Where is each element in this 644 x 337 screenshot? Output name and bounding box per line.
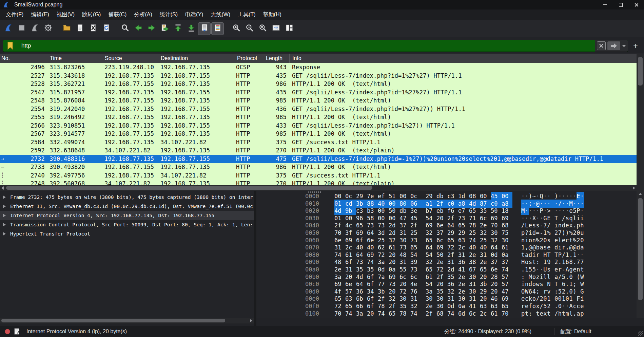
- detail-line[interactable]: Hypertext Transfer Protocol: [0, 229, 254, 239]
- hex-row[interactable]: 0090486f73743a203139322e3136382e3737Host…: [256, 259, 637, 266]
- filter-apply-button[interactable]: [607, 41, 620, 50]
- hex-row[interactable]: 00204d9bc3b30050db3eb7ebf6e765355018M···…: [256, 207, 637, 215]
- go-back-button[interactable]: [132, 22, 144, 35]
- filter-input[interactable]: http: [17, 40, 595, 52]
- start-capture-button[interactable]: [2, 22, 15, 35]
- filter-dropdown-caret[interactable]: [622, 45, 626, 47]
- scroll-right-icon[interactable]: [250, 319, 252, 322]
- capture-options-button[interactable]: [42, 22, 54, 35]
- packet-row[interactable]: 2547315.871957192.168.77.135192.168.77.1…: [0, 88, 637, 97]
- display-filter-field[interactable]: http: [3, 40, 628, 52]
- detail-line[interactable]: Internet Protocol Version 4, Src: 192.16…: [0, 211, 254, 220]
- packet-row[interactable]: 2496313.823265223.119.248.10192.168.77.1…: [0, 63, 637, 72]
- expander-icon[interactable]: [3, 232, 6, 236]
- packet-row[interactable]: 2732390.488316192.168.77.135192.168.77.1…: [0, 155, 637, 163]
- autoscroll-button[interactable]: [198, 22, 211, 35]
- hex-row[interactable]: 010070743a20746578742f68746d6c2c6170pt: …: [256, 310, 637, 318]
- column-header-dst[interactable]: Destination: [158, 54, 234, 63]
- scroll-left-icon[interactable]: [1, 186, 4, 190]
- colorize-button[interactable]: [211, 22, 224, 35]
- hex-row[interactable]: 00d04f5736343b2072763a35322e30292047OW64…: [256, 288, 637, 296]
- details-hscroll-thumb[interactable]: [1, 319, 225, 322]
- hex-row[interactable]: 001001cd3b8840008006a12fc0a84d87c0a8··;·…: [256, 200, 637, 208]
- column-header-no[interactable]: No.: [0, 54, 47, 63]
- zoom-out-button[interactable]: [243, 22, 256, 35]
- resize-grip[interactable]: [638, 331, 643, 336]
- stop-capture-button[interactable]: [15, 22, 28, 35]
- menu-item-t[interactable]: 工具(T): [234, 10, 259, 19]
- minimize-button[interactable]: [597, 0, 613, 10]
- column-header-proto[interactable]: Protocol: [234, 54, 263, 63]
- go-first-button[interactable]: [172, 22, 184, 35]
- expander-icon[interactable]: [3, 195, 6, 199]
- go-to-packet-button[interactable]: [158, 22, 171, 35]
- hex-row[interactable]: 0050703f69643d2d31253237292925323075p?id…: [256, 229, 637, 237]
- expander-icon[interactable]: [3, 205, 6, 208]
- packet-list-vscroll-thumb[interactable]: [638, 57, 643, 86]
- open-file-button[interactable]: [60, 22, 73, 35]
- hex-row[interactable]: 00606e696f6e25323073656c656374253230nion…: [256, 237, 637, 244]
- scroll-right-icon[interactable]: [633, 186, 635, 190]
- packet-row[interactable]: 2733390.493820192.168.77.155192.168.77.1…: [0, 163, 637, 171]
- packet-list-vscrollbar[interactable]: [637, 54, 644, 191]
- menu-item-g[interactable]: 跳转(G): [78, 10, 104, 19]
- hex-row[interactable]: 00f07265666f782f35322e300d0a41636365refo…: [256, 303, 637, 310]
- capture-comment-icon[interactable]: [14, 328, 20, 335]
- go-forward-button[interactable]: [145, 22, 158, 35]
- hex-row[interactable]: 0070312c4040626173656469722c404064611,@@…: [256, 244, 637, 251]
- menu-item-e[interactable]: 编辑(E): [27, 10, 53, 19]
- packet-row[interactable]: 2548315.876084192.168.77.155192.168.77.1…: [0, 96, 637, 105]
- hex-row[interactable]: 00402f4c6573732d372f696e6465782e7068/Les…: [256, 222, 637, 229]
- expander-icon[interactable]: [3, 214, 6, 217]
- detail-line[interactable]: Ethernet II, Src: VMware_db:c3:1d (00:0c…: [0, 202, 254, 211]
- close-button[interactable]: [628, 0, 644, 10]
- filter-clear-button[interactable]: [597, 41, 606, 50]
- packet-row[interactable]: 2567323.914577192.168.77.155192.168.77.1…: [0, 130, 637, 138]
- hex-row[interactable]: 00b03a204d6f7a696c6c612f352e30202857: Mo…: [256, 274, 637, 281]
- packet-row[interactable]: 2554319.242040192.168.77.135192.168.77.1…: [0, 105, 637, 113]
- go-last-button[interactable]: [185, 22, 197, 35]
- pane-splitter[interactable]: [254, 191, 256, 326]
- column-header-len[interactable]: Length: [263, 54, 289, 63]
- packet-row[interactable]: 2748392.56076834.107.221.82192.168.77.13…: [0, 180, 637, 185]
- menu-item-y[interactable]: 电话(Y): [181, 10, 207, 19]
- expander-icon[interactable]: [3, 223, 6, 226]
- resize-columns-button[interactable]: [270, 22, 282, 35]
- restart-capture-button[interactable]: [28, 22, 41, 35]
- expert-info-icon[interactable]: [5, 329, 10, 334]
- packet-list-hscrollbar[interactable]: [0, 185, 637, 191]
- packet-row[interactable]: 2527315.343618192.168.77.135192.168.77.1…: [0, 72, 637, 80]
- packet-row[interactable]: 2555319.246492192.168.77.155192.168.77.1…: [0, 113, 637, 121]
- column-header-info[interactable]: Info: [289, 54, 644, 63]
- details-hscrollbar[interactable]: [0, 318, 254, 323]
- menu-item-h[interactable]: 帮助(H): [259, 10, 285, 19]
- hex-row[interactable]: 00c0696e646f7773204e5420362e313b2057indo…: [256, 281, 637, 288]
- save-file-button[interactable]: [74, 22, 86, 35]
- filter-bookmark-button[interactable]: [3, 40, 17, 52]
- status-profile[interactable]: 配置: Default: [560, 328, 591, 335]
- packet-row[interactable]: 2584332.499074192.168.77.13534.107.221.8…: [0, 138, 637, 147]
- scroll-up-icon[interactable]: [639, 193, 642, 195]
- hex-row[interactable]: 00a02e3135350d0a557365722d4167656e74.155…: [256, 266, 637, 274]
- hex-row[interactable]: 00e065636b6f2f3230313030313031204669ecko…: [256, 295, 637, 303]
- detail-line[interactable]: Frame 2732: 475 bytes on wire (3800 bits…: [0, 193, 254, 202]
- packet-row[interactable]: 2740392.497756192.168.77.13534.107.221.8…: [0, 171, 637, 180]
- detail-line[interactable]: Transmission Control Protocol, Src Port:…: [0, 220, 254, 229]
- menu-item-s[interactable]: 统计(S): [156, 10, 181, 19]
- zoom-in-button[interactable]: [230, 22, 242, 35]
- hex-row[interactable]: 0080746164697220485454502f312e310d0atadi…: [256, 251, 637, 259]
- hex-row[interactable]: 0000000c297eef51000c29dbc31d08004500··)~…: [256, 193, 637, 200]
- reload-file-button[interactable]: [100, 22, 113, 35]
- column-header-time[interactable]: Time: [47, 54, 102, 63]
- packet-row[interactable]: 2566323.910851192.168.77.135192.168.77.1…: [0, 121, 637, 130]
- hex-vscrollbar[interactable]: [637, 191, 644, 318]
- packet-list-hscroll-thumb[interactable]: [6, 186, 372, 190]
- packet-row[interactable]: 2592332.63864834.107.221.82192.168.77.13…: [0, 146, 637, 155]
- menu-item-a[interactable]: 分析(A): [130, 10, 156, 19]
- hex-vscroll-thumb[interactable]: [638, 198, 643, 300]
- zoom-reset-button[interactable]: [256, 22, 269, 35]
- column-header-src[interactable]: Source: [102, 54, 158, 63]
- menu-item-w[interactable]: 无线(W): [207, 10, 234, 19]
- menu-item-f[interactable]: 文件(F): [2, 10, 27, 19]
- menu-item-v[interactable]: 视图(V): [53, 10, 78, 19]
